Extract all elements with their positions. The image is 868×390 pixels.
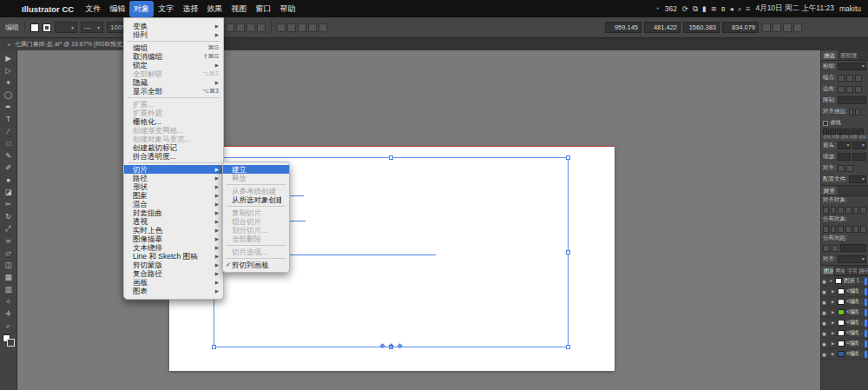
stroke-weight-panel-dropdown[interactable] [838,63,866,70]
mesh-tool[interactable]: ▦ [2,271,16,283]
y-position-field[interactable]: 481.422 [644,22,681,33]
menubar-menu-0[interactable]: 文件 [81,1,105,17]
layers-tab-0[interactable]: 图层 [821,266,833,275]
arrow-scale-end-field[interactable] [852,153,866,161]
icon-button[interactable] [831,226,837,233]
align-stroke-center-button[interactable] [849,109,853,116]
battery-icon[interactable]: ▮ [702,4,707,13]
pencil-tool[interactable]: ✐ [2,162,16,174]
paintbrush-tool[interactable]: ✎ [2,149,16,162]
menubar-menu-6[interactable]: 视图 [227,1,251,17]
target-circle-icon[interactable]: ○ [860,331,863,336]
height-field[interactable]: 834.079 [722,22,759,33]
eyedropper-tool[interactable]: ✧ [2,295,16,307]
flower-shape[interactable]: ❖ [379,343,385,350]
object-menu-item-8[interactable]: 显示全部⌥⌘3 [124,87,223,96]
gradient-tool[interactable]: ▥ [2,283,16,295]
scissors-tool[interactable]: ✂ [2,198,16,210]
lasso-tool[interactable]: ◯ [2,89,16,101]
selection-handle[interactable] [566,155,570,160]
stroke-tab-1[interactable]: 透明度 [838,50,860,60]
icon-button[interactable] [860,207,866,214]
arrow-align-end-button[interactable] [846,165,853,172]
menubar-menu-1[interactable]: 编辑 [105,1,129,17]
object-menu-item-28[interactable]: Line 和 Sketch 图稿▶ [124,252,223,261]
notification-center-icon[interactable]: ≡ [746,4,750,13]
dashed-line-checkbox[interactable] [823,121,828,126]
app-name[interactable]: Illustrator CC [22,4,74,14]
slice-submenu-item-13[interactable]: ✓剪切到画板 [223,261,289,269]
expand-arrow-icon[interactable]: ▶ [832,341,836,346]
icon-button[interactable] [287,23,296,32]
icon-button[interactable] [226,23,234,32]
zoom-tool[interactable]: ⌕ [2,320,16,332]
object-menu-item-22[interactable]: 混合▶ [124,200,223,208]
icon-button[interactable] [247,23,255,32]
stroke-color-box[interactable] [7,339,15,347]
miter-join-button[interactable] [838,86,845,93]
width-tool[interactable]: ≍ [2,235,16,247]
slice-submenu-item-0[interactable]: 建立 [223,165,289,174]
expand-arrow-icon[interactable]: ▶ [832,321,836,325]
rectangle-tool[interactable]: □ [2,137,16,149]
flower-shape[interactable]: ❖ [388,343,394,350]
visibility-eye-icon[interactable]: ◉ [822,289,827,294]
round-cap-button[interactable] [846,75,853,82]
volume-icon[interactable]: ◂ [729,4,733,13]
icon-button[interactable] [851,129,857,135]
x-position-field[interactable]: 959.145 [605,22,641,33]
layer-row-1[interactable]: ◉▶<编组>○ [821,287,868,297]
expand-arrow-icon[interactable]: ▶ [832,310,836,314]
object-menu-item-15[interactable]: 创建裁切标记 [124,143,223,152]
object-menu-item-30[interactable]: 复合路径▶ [124,269,223,278]
object-menu-item-19[interactable]: 路径▶ [124,174,223,182]
selection-handle[interactable] [212,345,216,349]
bevel-join-button[interactable] [855,86,862,93]
icon-button[interactable] [838,226,844,233]
selection-handle[interactable] [566,345,570,349]
menubar-menu-5[interactable]: 效果 [202,1,227,17]
visibility-eye-icon[interactable]: ◉ [822,331,827,336]
stroke-tab-0[interactable]: 描边 [821,50,838,60]
object-menu-item-24[interactable]: 透视▶ [124,217,223,226]
object-menu-item-25[interactable]: 实时上色▶ [124,226,223,235]
layer-row-2[interactable]: ◉▶<编组>○ [821,297,868,307]
icon-button[interactable] [845,207,852,214]
icon-button[interactable] [860,226,866,233]
icon-button[interactable] [844,129,850,135]
expand-arrow-icon[interactable]: ▶ [832,331,836,335]
expand-arrow-icon[interactable]: ▶ [832,289,836,294]
icon-button[interactable] [853,207,859,214]
visibility-eye-icon[interactable]: ◉ [822,300,827,305]
search-icon[interactable]: ⌕ [738,4,742,14]
menubar-menu-4[interactable]: 选择 [178,1,202,17]
icon-button[interactable] [257,23,266,32]
selection-handle[interactable] [566,250,570,254]
icon-button[interactable] [823,207,829,214]
align-stroke-outside-button[interactable] [862,109,866,116]
align-stroke-inside-button[interactable] [855,109,859,116]
layer-row-3[interactable]: ◉▶<编组>○ [821,307,868,318]
target-circle-icon[interactable]: ○ [860,341,863,347]
icon-button[interactable] [837,129,843,135]
menubar-menu-2[interactable]: 对象 [129,1,154,17]
object-menu-item-20[interactable]: 形状▶ [124,182,223,191]
stroke-weight-dropdown[interactable]: ▾ [55,22,77,33]
free-transform-tool[interactable]: ▱ [2,247,16,259]
align-to-dropdown[interactable] [838,255,866,263]
stroke-swatch[interactable] [43,23,51,32]
document-tab[interactable]: × 七脑门兽降-血.ai* @ 16.67% (RGB/预览) [0,38,133,50]
align-tab-0[interactable]: 对齐 [821,186,838,195]
layers-tab-3[interactable]: 路径 [857,266,868,275]
object-menu-item-3[interactable]: 编组⌘G [124,43,223,52]
icon-button[interactable] [236,23,245,32]
layer-row-0[interactable]: ◉▼图层 1○ [821,276,868,287]
pen-tool[interactable]: ✒ [2,101,16,113]
target-circle-icon[interactable]: ○ [860,289,863,294]
icon-button[interactable] [308,23,317,32]
bluetooth-icon[interactable]: ʙ [721,4,726,13]
layer-row-4[interactable]: ◉▶<编组>○ [821,318,868,328]
menubar-clock[interactable]: 4月10日 周二 上午11:23 [755,3,834,14]
visibility-eye-icon[interactable]: ◉ [822,310,827,315]
flower-shape[interactable]: ❖ [397,343,403,350]
